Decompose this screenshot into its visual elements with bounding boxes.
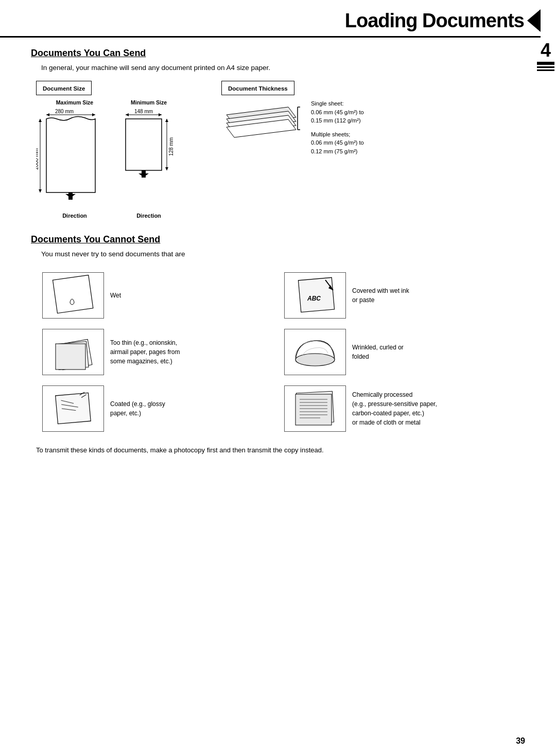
direction-label-1: Direction [62,213,87,219]
page-header: Loading Documents [0,0,541,38]
title-arrow-icon [527,9,541,32]
max-size-label: Maximum Size [56,99,93,106]
svg-point-31 [296,354,335,366]
covered-svg: ABC [289,275,341,316]
svg-rect-39 [296,394,332,425]
chapter-number: 4 [535,41,556,71]
cannot-grid: Wet ABC Covered with wet ink or paste [36,267,520,437]
section-cannot-send: Documents You Cannot Send You must never… [31,234,525,454]
doc-size-label: Document Size [36,81,92,95]
svg-marker-11 [126,113,129,116]
size-diagrams: Maximum Size 280 mm [36,99,177,219]
max-size-wrap: Maximum Size 280 mm [36,99,113,219]
cannot-img-chemical [284,385,346,432]
cannot-text-covered: Covered with wet ink or paste [352,286,409,305]
svg-rect-20 [142,170,146,178]
footer-note: To transmit these kinds of documents, ma… [36,446,494,454]
section-cannot-send-title: Documents You Cannot Send [31,234,525,245]
min-size-label: Minimum Size [131,99,167,106]
coated-svg [47,388,99,429]
section-can-send-title: Documents You Can Send [31,48,525,59]
cannot-item-covered: ABC Covered with wet ink or paste [278,267,520,324]
svg-marker-16 [165,119,168,122]
thickness-row: Single sheet: 0.06 mm (45 g/m²) to 0.15 … [221,99,364,171]
svg-text:148 mm: 148 mm [134,109,153,114]
wrinkled-svg [289,331,341,373]
chapter-num-text: 4 [541,41,551,60]
cannot-text-chemical: Chemically processed (e.g., pressure-sen… [352,390,437,427]
chapter-line-3 [537,69,554,71]
svg-rect-14 [126,119,162,170]
doc-thickness-container: Document Thickness [221,81,364,219]
svg-text:2000 mm: 2000 mm [36,148,39,170]
svg-rect-32 [56,393,91,424]
cannot-item-wet: Wet [36,267,278,324]
section-can-send: Documents You Can Send In general, your … [31,48,525,219]
max-size-svg: 280 mm 2000 mm [36,108,113,210]
multiple-sheets-label: Multiple sheets; 0.06 mm (45 g/m²) to 0.… [311,130,364,156]
svg-rect-9 [68,192,73,200]
svg-marker-1 [46,113,49,116]
single-range-2: 0.15 mm (112 g/m²) [311,117,361,124]
multiple-range-1: 0.06 mm (45 g/m²) to [311,139,364,146]
chapter-line-1 [537,62,554,65]
section-can-send-desc: In general, your machine will send any d… [41,64,525,72]
section-cannot-send-desc: You must never try to send documents tha… [41,250,525,258]
cannot-text-coated: Coated (e.g., glossy paper, etc.) [110,399,165,418]
svg-marker-6 [39,189,42,192]
single-range-1: 0.06 mm (45 g/m²) to [311,109,364,115]
multiple-range-2: 0.12 mm (75 g/m²) [311,148,357,154]
wet-svg [47,275,99,316]
cannot-item-wrinkled: Wrinkled, curled or folded [278,324,520,380]
page-number: 39 [516,736,525,746]
main-content: Documents You Can Send In general, your … [0,38,556,464]
thickness-desc: Single sheet: 0.06 mm (45 g/m²) to 0.15 … [311,99,364,155]
page-title: Loading Documents [345,10,524,32]
doc-thickness-label: Document Thickness [221,81,294,95]
cannot-img-covered: ABC [284,272,346,319]
cannot-img-wrinkled [284,329,346,375]
direction-label-2: Direction [136,213,161,219]
diagrams-row: Document Size Maximum Size 280 mm [36,81,525,219]
svg-rect-30 [56,344,85,370]
svg-text:280 mm: 280 mm [55,109,74,114]
cannot-img-wet [42,272,104,319]
thickness-svg [221,99,304,171]
cannot-text-wrinkled: Wrinkled, curled or folded [352,343,404,361]
svg-marker-5 [39,119,42,122]
svg-marker-17 [165,167,168,170]
min-size-wrap: Minimum Size 148 mm [120,99,177,219]
cannot-item-coated: Coated (e.g., glossy paper, etc.) [36,380,278,437]
cannot-img-thin [42,329,104,375]
cannot-text-wet: Wet [110,291,121,300]
single-sheet-label: Single sheet: 0.06 mm (45 g/m²) to 0.15 … [311,99,364,125]
min-size-svg: 148 mm 128 mm [120,108,177,210]
svg-marker-2 [92,113,95,116]
cannot-img-coated [42,385,104,432]
chapter-line-2 [537,66,554,68]
chemical-svg [289,388,341,429]
svg-text:ABC: ABC [307,295,321,302]
cannot-text-thin: Too thin (e.g., onionskin, airmail paper… [110,338,180,366]
doc-size-container: Document Size Maximum Size 280 mm [36,81,180,219]
thin-svg [47,331,99,373]
svg-text:128 mm: 128 mm [168,137,174,156]
chapter-lines [537,62,554,71]
svg-marker-12 [159,113,162,116]
cannot-item-thin: Too thin (e.g., onionskin, airmail paper… [36,324,278,380]
cannot-item-chemical: Chemically processed (e.g., pressure-sen… [278,380,520,437]
